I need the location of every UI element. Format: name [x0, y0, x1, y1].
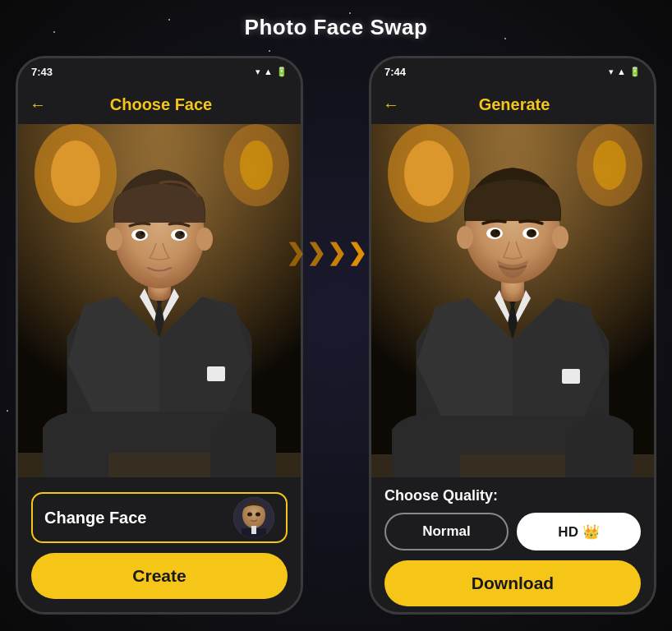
quality-normal-label: Normal: [422, 523, 471, 540]
quality-title: Choose Quality:: [384, 487, 641, 504]
quality-hd-button[interactable]: HD 👑: [517, 513, 641, 550]
right-status-time: 7:44: [384, 66, 406, 78]
left-header: ← Choose Face: [18, 85, 301, 124]
face-thumbnail: [233, 497, 274, 538]
svg-point-25: [404, 140, 453, 206]
svg-rect-28: [562, 369, 580, 384]
svg-point-33: [490, 229, 500, 237]
change-face-label: Change Face: [44, 509, 233, 527]
chevron-1: ❯: [286, 242, 305, 265]
chevron-4: ❯: [348, 242, 366, 265]
right-status-bar: 7:44 ▾ ▲ 🔋: [371, 58, 654, 85]
phones-container: 7:43 ▾ ▲ 🔋 ← Choose Face: [12, 56, 660, 615]
svg-point-27: [593, 140, 626, 190]
thumbnail-face-svg: [233, 497, 274, 538]
right-back-button[interactable]: ←: [383, 95, 399, 114]
quality-section: Choose Quality: Normal HD 👑 Download: [371, 477, 654, 606]
svg-point-12: [140, 232, 144, 235]
svg-rect-22: [251, 526, 256, 534]
arrows-between: ❯ ❯ ❯ ❯ ❯: [303, 242, 369, 429]
wifi-icon: ▲: [264, 67, 273, 76]
svg-point-19: [247, 513, 252, 517]
change-face-button[interactable]: Change Face: [31, 492, 288, 543]
left-status-icons: ▾ ▲ 🔋: [255, 67, 288, 77]
svg-point-11: [175, 231, 185, 239]
svg-point-36: [532, 230, 535, 233]
battery-icon: 🔋: [276, 67, 288, 77]
svg-point-2: [51, 140, 100, 206]
left-phone: 7:43 ▾ ▲ 🔋 ← Choose Face: [16, 56, 303, 615]
svg-point-10: [136, 231, 145, 239]
r-signal-icon: ▾: [609, 67, 614, 77]
create-button-label: Create: [132, 566, 186, 586]
right-header: ← Generate: [371, 85, 654, 124]
svg-point-15: [196, 228, 213, 251]
right-status-icons: ▾ ▲ 🔋: [609, 67, 641, 77]
chevron-2: ❯: [306, 242, 325, 265]
left-status-time: 7:43: [31, 66, 53, 78]
quality-buttons: Normal HD 👑: [384, 513, 641, 550]
left-back-button[interactable]: ←: [30, 95, 46, 114]
r-wifi-icon: ▲: [617, 67, 626, 76]
left-photo-person: [18, 124, 301, 477]
left-phone-bottom: Change Face: [18, 481, 301, 612]
svg-point-35: [495, 230, 499, 233]
quality-hd-label: HD 👑: [558, 523, 599, 541]
signal-icon: ▾: [255, 67, 260, 77]
page-title: Photo Face Swap: [245, 15, 428, 40]
svg-rect-5: [207, 366, 225, 381]
quality-normal-button[interactable]: Normal: [384, 513, 509, 550]
download-button-label: Download: [472, 573, 554, 593]
svg-point-20: [255, 513, 260, 517]
right-phone: 7:44 ▾ ▲ 🔋 ← Generate: [369, 56, 656, 615]
right-photo-area: [371, 124, 654, 477]
left-status-bar: 7:43 ▾ ▲ 🔋: [18, 58, 301, 85]
left-header-title: Choose Face: [56, 95, 266, 114]
svg-point-37: [457, 226, 473, 249]
chevron-3: ❯: [327, 242, 346, 265]
create-button[interactable]: Create: [31, 553, 288, 599]
svg-point-34: [527, 229, 536, 237]
left-photo-area: [18, 124, 301, 477]
svg-point-38: [552, 226, 568, 249]
r-battery-icon: 🔋: [629, 67, 641, 77]
svg-point-14: [106, 228, 122, 251]
right-header-title: Generate: [409, 95, 619, 114]
right-photo-person: [371, 124, 654, 477]
svg-point-13: [180, 232, 183, 235]
svg-point-4: [240, 140, 273, 190]
download-button[interactable]: Download: [384, 560, 641, 606]
